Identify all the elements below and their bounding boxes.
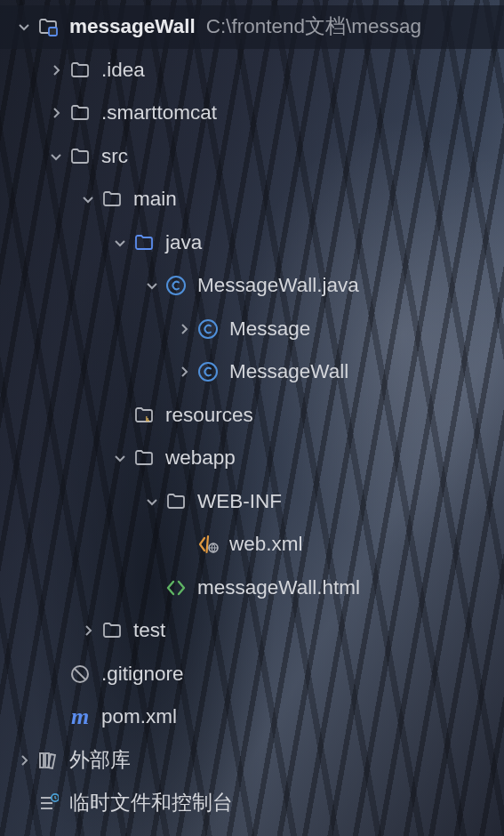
- source-folder-icon: [132, 230, 156, 255]
- svg-rect-6: [40, 753, 44, 768]
- resources-folder-icon: [132, 403, 156, 428]
- tree-row-webxml[interactable]: web.xml: [0, 523, 504, 567]
- tree-row-pomxml[interactable]: m pom.xml: [0, 695, 504, 739]
- folder-icon: [100, 618, 124, 643]
- tree-row-external-libraries[interactable]: 外部库: [0, 739, 504, 783]
- tree-label: WEB-INF: [197, 492, 282, 512]
- chevron-right-icon: [172, 365, 196, 379]
- gitignore-icon: [68, 662, 92, 687]
- tree-row-java[interactable]: java: [0, 221, 504, 265]
- tree-label: src: [101, 147, 128, 167]
- tree-row-resources[interactable]: resources: [0, 394, 504, 438]
- tree-label: pom.xml: [101, 707, 177, 727]
- tree-row-src[interactable]: src: [0, 135, 504, 179]
- tree-row-main[interactable]: main: [0, 178, 504, 221]
- chevron-down-icon: [12, 20, 36, 34]
- html-file-icon: [164, 575, 188, 600]
- tree-row-message-class[interactable]: Message: [0, 308, 504, 351]
- tree-row-webinf[interactable]: WEB-INF: [0, 480, 504, 524]
- tree-row-messagewall-java[interactable]: MessageWall.java: [0, 264, 504, 308]
- chevron-down-icon: [140, 494, 164, 509]
- tree-label: .smarttomcat: [101, 103, 217, 124]
- tree-label: MessageWall.java: [197, 276, 359, 296]
- java-class-icon: [164, 273, 188, 298]
- tree-row-gitignore[interactable]: .gitignore: [0, 653, 504, 696]
- project-tree: messageWall C:\frontend文档\messag .idea .…: [0, 0, 504, 825]
- chevron-right-icon: [44, 63, 68, 77]
- folder-icon: [68, 58, 92, 83]
- tree-label: messageWall.html: [197, 578, 360, 599]
- chevron-down-icon: [108, 236, 132, 250]
- tree-label: main: [133, 189, 177, 210]
- webxml-icon: [196, 532, 220, 557]
- tree-label: test: [133, 621, 165, 641]
- tree-row-smarttomcat[interactable]: .smarttomcat: [0, 92, 504, 135]
- library-icon: [36, 748, 60, 773]
- chevron-down-icon: [44, 149, 68, 164]
- folder-icon: [132, 446, 156, 470]
- svg-point-2: [199, 320, 217, 338]
- folder-icon: [68, 100, 92, 125]
- chevron-down-icon: [76, 192, 100, 206]
- tree-label: webapp: [165, 448, 236, 469]
- svg-point-3: [199, 363, 217, 381]
- java-class-icon: [196, 317, 220, 342]
- tree-label: Message: [229, 319, 310, 340]
- tree-row-messagewall-html[interactable]: messageWall.html: [0, 567, 504, 610]
- tree-label: MessageWall: [229, 362, 348, 382]
- tree-label: java: [165, 233, 202, 253]
- folder-icon: [68, 144, 92, 169]
- tree-label: web.xml: [229, 535, 303, 555]
- tree-label: resources: [165, 406, 253, 426]
- tree-label: .idea: [101, 60, 145, 81]
- tree-row-test[interactable]: test: [0, 609, 504, 653]
- project-name: messageWall: [69, 17, 196, 37]
- tree-row-scratches[interactable]: 临时文件和控制台: [0, 782, 504, 825]
- tree-row-project-root[interactable]: messageWall C:\frontend文档\messag: [0, 5, 504, 49]
- chevron-right-icon: [172, 322, 196, 336]
- tree-row-messagewall-class[interactable]: MessageWall: [0, 350, 504, 394]
- tree-row-idea[interactable]: .idea: [0, 49, 504, 92]
- svg-rect-0: [49, 28, 57, 36]
- chevron-down-icon: [108, 451, 132, 465]
- chevron-right-icon: [76, 623, 100, 638]
- module-folder-icon: [36, 14, 60, 39]
- chevron-right-icon: [44, 106, 68, 120]
- svg-point-1: [167, 277, 185, 294]
- folder-icon: [164, 489, 188, 514]
- chevron-down-icon: [140, 278, 164, 293]
- chevron-right-icon: [12, 753, 36, 768]
- maven-icon: m: [68, 704, 92, 729]
- project-path: C:\frontend文档\messag: [206, 17, 421, 37]
- tree-label: 外部库: [69, 751, 131, 771]
- scratches-icon: [36, 791, 60, 816]
- tree-label: .gitignore: [101, 664, 184, 685]
- tree-label: 临时文件和控制台: [69, 793, 233, 814]
- folder-icon: [100, 187, 124, 212]
- tree-row-webapp[interactable]: webapp: [0, 437, 504, 480]
- java-class-icon: [196, 359, 220, 384]
